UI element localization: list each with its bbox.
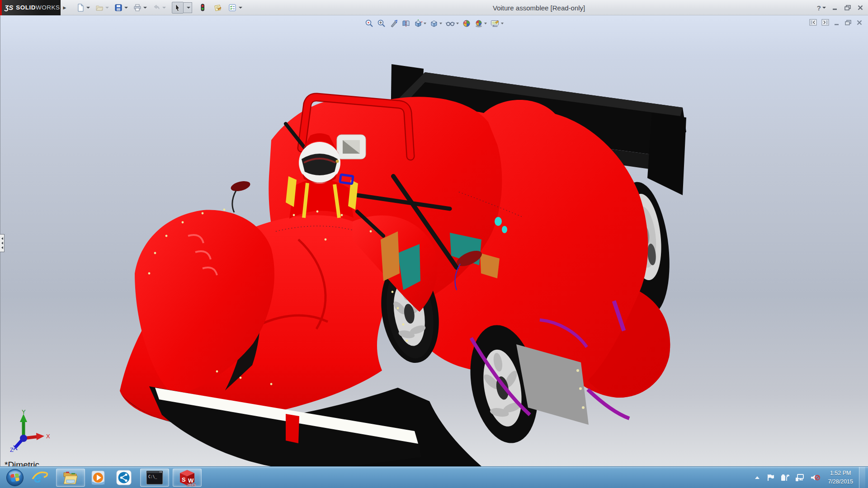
clock-time: 1:52 PM <box>828 469 853 477</box>
view-orientation-icon <box>414 19 423 28</box>
zoom-to-area-button[interactable] <box>377 19 387 28</box>
svg-text:2015: 2015 <box>187 483 196 487</box>
ds-logo-icon: ƷS <box>5 4 13 11</box>
headsup-view-toolbar <box>364 19 504 28</box>
titlebar: ƷS SOLIDWORKS ▶ <box>0 0 868 15</box>
open-document-button[interactable] <box>94 2 110 13</box>
system-tray: 1:52 PM 7/28/2015 <box>754 467 868 488</box>
close-button[interactable] <box>857 5 863 11</box>
brand-name-bold: SOLID <box>16 4 36 11</box>
stoplight-button[interactable] <box>198 2 208 13</box>
orange-panel-left <box>381 231 400 281</box>
taskbar-item-windows-explorer[interactable] <box>56 469 85 487</box>
taskbar-item-media-player[interactable] <box>85 469 111 487</box>
taskbar-item-command-prompt[interactable]: C:\_ <box>140 469 169 487</box>
triad-x-label: X <box>46 433 50 440</box>
appearance-ball-icon <box>462 19 471 28</box>
previous-view-button[interactable] <box>389 19 399 28</box>
solidworks-logo: ƷS SOLIDWORKS <box>0 0 61 15</box>
open-folder-icon <box>95 4 104 12</box>
minimize-document-button[interactable] <box>834 19 840 26</box>
sync-app-icon <box>116 469 132 486</box>
start-button[interactable] <box>3 469 27 487</box>
view-orientation-button[interactable] <box>413 19 427 28</box>
view-settings-button[interactable] <box>490 19 504 28</box>
splitter-post <box>286 414 299 443</box>
section-view-button[interactable] <box>401 19 411 28</box>
help-button[interactable]: ? <box>817 4 826 12</box>
internet-explorer-icon: e <box>31 469 48 486</box>
folder-icon <box>62 470 79 485</box>
graphics-area[interactable]: Y X Z *Dimetric <box>0 15 868 466</box>
close-document-button[interactable] <box>856 19 863 26</box>
select-tool-dropdown[interactable] <box>184 2 192 13</box>
note-pencil-icon <box>213 4 222 12</box>
apply-scene-button[interactable] <box>474 19 487 28</box>
network-icon[interactable] <box>795 474 804 482</box>
print-button[interactable] <box>132 2 148 13</box>
collapse-left-pane-button[interactable] <box>809 19 817 26</box>
options-list-button[interactable] <box>227 2 244 13</box>
command-prompt-icon: C:\_ <box>146 470 163 485</box>
action-center-flag-icon[interactable] <box>766 474 774 482</box>
taskbar-item-internet-explorer[interactable]: e <box>27 469 52 487</box>
display-style-button[interactable] <box>429 19 443 28</box>
view-orientation-label: *Dimetric <box>5 460 39 466</box>
rearview-mirror <box>337 135 366 159</box>
cyan-light-1 <box>495 217 502 226</box>
zoom-to-fit-icon <box>365 19 374 28</box>
eyeglasses-icon <box>445 19 455 28</box>
standard-toolbar <box>70 2 244 14</box>
select-tool-button[interactable] <box>172 2 184 14</box>
document-window-controls <box>809 19 863 26</box>
clock-date: 7/28/2015 <box>828 478 853 486</box>
rebuild-note-button[interactable] <box>212 2 223 13</box>
feature-panel-splitter[interactable] <box>0 234 5 252</box>
document-title: Voiture assomblee [Read-only] <box>493 0 585 15</box>
new-document-icon <box>76 4 85 12</box>
save-button[interactable] <box>113 2 129 13</box>
save-floppy-icon <box>114 4 123 12</box>
display-style-icon <box>429 19 439 28</box>
checklist-icon <box>228 4 237 12</box>
stoplight-icon <box>199 4 206 12</box>
race-car-3d-model[interactable] <box>81 27 714 466</box>
minimize-button[interactable] <box>832 5 838 11</box>
media-player-icon <box>90 469 106 486</box>
section-view-icon <box>401 19 410 28</box>
restore-document-button[interactable] <box>844 19 852 26</box>
solidworks-cube-icon: S W 2015 <box>178 469 196 487</box>
apply-scene-icon <box>474 19 483 28</box>
taskbar-item-solidworks[interactable]: S W 2015 <box>173 469 202 487</box>
previous-view-icon <box>389 19 398 28</box>
view-settings-icon <box>490 19 500 28</box>
undo-button[interactable] <box>151 2 167 13</box>
titlebar-controls: ? <box>817 0 863 15</box>
triad-y-label: Y <box>22 409 26 415</box>
taskbar: e <box>0 466 868 488</box>
menu-expand-arrow[interactable]: ▶ <box>61 2 68 14</box>
edit-appearance-button[interactable] <box>462 19 472 28</box>
triad-z-label: Z <box>10 446 14 453</box>
brand-name-light: WORKS <box>36 4 60 11</box>
printer-icon <box>133 4 142 12</box>
taskbar-item-sync-app[interactable] <box>111 469 137 487</box>
restore-button[interactable] <box>844 5 851 11</box>
hide-show-items-button[interactable] <box>445 19 459 28</box>
svg-text:C:\_: C:\_ <box>148 475 157 479</box>
select-arrow-icon <box>173 3 182 12</box>
power-battery-icon[interactable] <box>780 474 789 482</box>
undo-arrow-icon <box>152 4 160 12</box>
show-hidden-icons-chevron[interactable] <box>754 475 760 480</box>
svg-text:S: S <box>182 476 186 483</box>
reference-triad: Y X Z <box>9 409 51 453</box>
taskbar-clock[interactable]: 1:52 PM 7/28/2015 <box>828 469 853 485</box>
show-desktop-button[interactable] <box>859 467 865 488</box>
new-document-button[interactable] <box>75 2 91 13</box>
volume-muted-icon[interactable] <box>810 474 820 482</box>
solidworks-window: ƷS SOLIDWORKS ▶ <box>0 0 868 488</box>
collapse-right-pane-button[interactable] <box>821 19 829 26</box>
helmet-visor <box>302 154 338 175</box>
zoom-to-area-icon <box>377 19 386 28</box>
zoom-to-fit-button[interactable] <box>364 19 374 28</box>
